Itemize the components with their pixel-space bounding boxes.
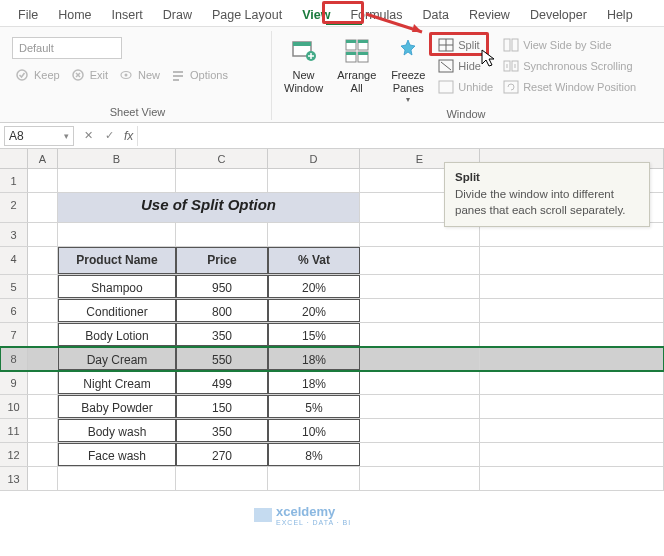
name-box[interactable]: A8 ▾ (4, 126, 74, 146)
cell[interactable] (360, 275, 480, 298)
tab-data[interactable]: Data (413, 4, 459, 26)
cell[interactable] (268, 467, 360, 490)
unhide-button[interactable]: Unhide (434, 77, 497, 97)
cell-price[interactable]: 150 (176, 395, 268, 418)
tab-developer[interactable]: Developer (520, 4, 597, 26)
cell-vat[interactable]: 15% (268, 323, 360, 346)
tab-review[interactable]: Review (459, 4, 520, 26)
tab-file[interactable]: File (8, 4, 48, 26)
cell[interactable] (480, 395, 664, 418)
cell[interactable] (480, 467, 664, 490)
cell-vat[interactable]: 20% (268, 299, 360, 322)
row-header[interactable]: 3 (0, 223, 28, 246)
cell-price[interactable]: 350 (176, 323, 268, 346)
cell[interactable] (28, 223, 58, 246)
col-header-b[interactable]: B (58, 149, 176, 168)
cell[interactable] (58, 223, 176, 246)
cell[interactable] (360, 247, 480, 274)
cell[interactable] (360, 395, 480, 418)
options-button[interactable]: Options (166, 65, 232, 85)
cell[interactable] (176, 467, 268, 490)
cell[interactable] (480, 419, 664, 442)
freeze-panes-button[interactable]: Freeze Panes ▾ (384, 31, 432, 107)
keep-button[interactable]: Keep (10, 65, 64, 85)
col-header-a[interactable]: A (28, 149, 58, 168)
row-header[interactable]: 6 (0, 299, 28, 322)
col-header-d[interactable]: D (268, 149, 360, 168)
cell[interactable] (28, 395, 58, 418)
cell-price[interactable]: 350 (176, 419, 268, 442)
cell[interactable] (480, 247, 664, 274)
cell[interactable] (28, 371, 58, 394)
formula-input[interactable] (137, 126, 664, 146)
title-cell[interactable]: Use of Split Option (58, 193, 360, 222)
cell[interactable] (28, 419, 58, 442)
cell[interactable] (360, 299, 480, 322)
split-button[interactable]: Split (434, 35, 497, 55)
cell-vat[interactable]: 20% (268, 275, 360, 298)
cell[interactable] (268, 169, 360, 192)
col-header-c[interactable]: C (176, 149, 268, 168)
cell-product[interactable]: Face wash (58, 443, 176, 466)
cell-product[interactable]: Baby Powder (58, 395, 176, 418)
arrange-all-button[interactable]: Arrange All (331, 31, 382, 97)
select-all-corner[interactable] (0, 149, 28, 168)
cell-product[interactable]: Conditioner (58, 299, 176, 322)
cell[interactable] (268, 223, 360, 246)
cell-product[interactable]: Day Cream (58, 347, 176, 370)
cell-vat[interactable]: 5% (268, 395, 360, 418)
row-header[interactable]: 4 (0, 247, 28, 274)
cell-price[interactable]: 950 (176, 275, 268, 298)
header-product[interactable]: Product Name (58, 247, 176, 274)
cell-price[interactable]: 550 (176, 347, 268, 370)
reset-window-position-button[interactable]: Reset Window Position (499, 77, 640, 97)
cell-product[interactable]: Body wash (58, 419, 176, 442)
cell[interactable] (58, 169, 176, 192)
cell[interactable] (28, 193, 58, 222)
cell[interactable] (28, 275, 58, 298)
row-header[interactable]: 11 (0, 419, 28, 442)
cell[interactable] (28, 347, 58, 370)
row-header[interactable]: 2 (0, 193, 28, 222)
sheet-view-dropdown[interactable]: Default (12, 37, 122, 59)
cell-vat[interactable]: 8% (268, 443, 360, 466)
tab-insert[interactable]: Insert (102, 4, 153, 26)
row-header[interactable]: 8 (0, 347, 28, 370)
row-header[interactable]: 9 (0, 371, 28, 394)
row-header[interactable]: 1 (0, 169, 28, 192)
cell-vat[interactable]: 18% (268, 371, 360, 394)
cell[interactable] (176, 223, 268, 246)
view-side-by-side-button[interactable]: View Side by Side (499, 35, 640, 55)
tab-home[interactable]: Home (48, 4, 101, 26)
cell-product[interactable]: Body Lotion (58, 323, 176, 346)
row-header[interactable]: 7 (0, 323, 28, 346)
row-header[interactable]: 12 (0, 443, 28, 466)
cell[interactable] (480, 299, 664, 322)
synchronous-scrolling-button[interactable]: Synchronous Scrolling (499, 56, 640, 76)
header-price[interactable]: Price (176, 247, 268, 274)
new-window-button[interactable]: New Window (278, 31, 329, 97)
cell[interactable] (360, 467, 480, 490)
cell[interactable] (28, 467, 58, 490)
cell[interactable] (360, 419, 480, 442)
cell[interactable] (360, 443, 480, 466)
cell[interactable] (176, 169, 268, 192)
cell[interactable] (28, 299, 58, 322)
cell-price[interactable]: 499 (176, 371, 268, 394)
cell[interactable] (480, 347, 664, 370)
cell[interactable] (28, 169, 58, 192)
cell-product[interactable]: Shampoo (58, 275, 176, 298)
exit-button[interactable]: Exit (66, 65, 112, 85)
row-header[interactable]: 5 (0, 275, 28, 298)
cell[interactable] (480, 323, 664, 346)
cell[interactable] (58, 467, 176, 490)
cell-price[interactable]: 800 (176, 299, 268, 322)
cell[interactable] (480, 275, 664, 298)
cell[interactable] (28, 247, 58, 274)
cell[interactable] (360, 323, 480, 346)
cell[interactable] (480, 443, 664, 466)
tab-draw[interactable]: Draw (153, 4, 202, 26)
cell[interactable] (28, 443, 58, 466)
cell[interactable] (28, 323, 58, 346)
hide-button[interactable]: Hide (434, 56, 497, 76)
